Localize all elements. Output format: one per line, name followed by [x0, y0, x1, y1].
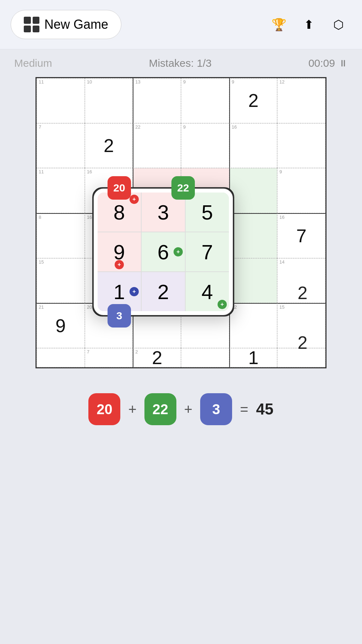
table-row[interactable] [229, 258, 278, 303]
difficulty-label: Medium [14, 57, 52, 69]
table-row[interactable]: 2 2 [133, 348, 181, 367]
settings-button[interactable]: ⬡ [326, 12, 351, 37]
share-button[interactable]: ⬆ [296, 12, 322, 37]
popup-cell[interactable]: 7 [186, 232, 229, 271]
table-row[interactable]: 9 [181, 78, 229, 123]
table-row[interactable]: 22 [133, 123, 181, 168]
popup-cell[interactable]: 9 + [98, 232, 141, 271]
popup-card: 20 22 3 8 + 3 5 9 + [92, 187, 234, 316]
settings-icon: ⬡ [333, 17, 344, 32]
timer-display: 00:09 ⏸ [308, 57, 348, 69]
table-row[interactable]: 15 [37, 258, 85, 303]
table-row[interactable]: 16 [229, 123, 278, 168]
header: New Game 🏆 ⬆ ⬡ [0, 0, 362, 49]
table-row[interactable] [37, 348, 85, 367]
table-row[interactable]: 21 9 [37, 303, 85, 348]
table-row[interactable]: 9 2 [229, 78, 278, 123]
plus-op-1: + [128, 401, 136, 417]
equals-op: = [240, 401, 248, 417]
table-row[interactable]: 14 [277, 258, 325, 303]
equation-purple-badge: 3 [200, 393, 232, 425]
status-bar: Medium Mistakes: 1/3 00:09 ⏸ [0, 49, 362, 77]
plus-op-2: + [184, 401, 192, 417]
table-row[interactable]: 11 [37, 78, 85, 123]
pause-icon[interactable]: ⏸ [339, 58, 348, 69]
table-row[interactable]: 11 [37, 168, 85, 213]
board-container: 11 10 13 9 9 2 12 7 2 22 9 1 [35, 77, 327, 368]
red-dot-icon: + [130, 195, 139, 204]
new-game-label: New Game [44, 17, 108, 32]
equation-green-badge: 22 [144, 393, 176, 425]
table-row[interactable]: 10 [85, 78, 133, 123]
table-row[interactable]: 9 [181, 123, 229, 168]
table-row[interactable]: 16 7 [277, 213, 325, 258]
table-row[interactable] [277, 348, 325, 367]
purple-badge: 3 [108, 304, 131, 328]
table-row[interactable] [181, 348, 229, 367]
equation-row: 20 + 22 + 3 = 45 [88, 393, 273, 425]
popup-grid: 8 + 3 5 9 + 6 + 7 1 [98, 193, 229, 311]
table-row[interactable]: 8 [37, 213, 85, 258]
table-row[interactable]: 7 [85, 348, 133, 367]
timer-value: 00:09 [308, 57, 335, 69]
grid-icon [24, 17, 39, 32]
table-row[interactable]: 22 [229, 303, 278, 348]
trophy-icon: 🏆 [272, 17, 286, 32]
green-dot-bottom-icon: + [218, 300, 227, 309]
table-row[interactable] [229, 213, 278, 258]
equation-result: 45 [256, 400, 274, 418]
header-icon-group: 🏆 ⬆ ⬡ [266, 12, 351, 37]
blue-dot-icon: + [130, 287, 139, 296]
table-row[interactable]: 15 [277, 303, 325, 348]
table-row[interactable] [229, 168, 278, 213]
table-row[interactable]: 12 [277, 78, 325, 123]
green-dot-center-icon: + [174, 247, 183, 256]
equation-red-badge: 20 [88, 393, 120, 425]
new-game-button[interactable]: New Game [11, 10, 121, 39]
popup-cell[interactable]: 2 [142, 272, 185, 311]
mistakes-label: Mistakes: 1/3 [149, 57, 212, 69]
table-row[interactable]: 2 [85, 123, 133, 168]
table-row[interactable] [277, 123, 325, 168]
popup-cell[interactable]: 6 + [142, 232, 185, 271]
red-dot-bottom-icon: + [115, 260, 124, 269]
trophy-button[interactable]: 🏆 [266, 12, 292, 37]
popup-cell[interactable]: 4 + [186, 272, 229, 311]
table-row[interactable]: 9 [277, 168, 325, 213]
table-row[interactable]: 7 [37, 123, 85, 168]
green-badge: 22 [171, 176, 195, 200]
table-row[interactable]: 13 [133, 78, 181, 123]
table-row[interactable]: 1 [229, 348, 278, 367]
share-icon: ⬆ [304, 17, 314, 32]
red-badge: 20 [108, 176, 131, 200]
